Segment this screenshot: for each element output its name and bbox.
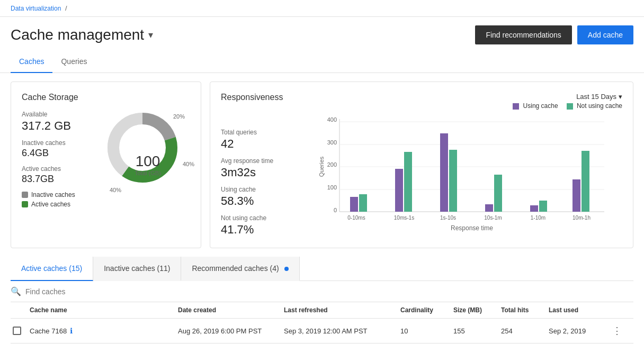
svg-rect-23 (449, 150, 457, 212)
available-label: Available (22, 111, 97, 118)
svg-rect-29 (539, 201, 547, 212)
resp-header: Responsiveness Last 15 Days ▾ (221, 93, 622, 102)
row-last-used: Sep 2, 2019 (547, 327, 610, 335)
resp-stats: Total queries 42 Avg response time 3m32s… (221, 122, 295, 237)
col-size-mb: Size (MB) (451, 306, 499, 314)
svg-text:300: 300 (327, 139, 337, 146)
svg-text:0-10ms: 0-10ms (347, 215, 365, 221)
svg-rect-22 (440, 133, 448, 212)
svg-text:Response time: Response time (451, 224, 493, 232)
active-legend-dot (22, 201, 28, 207)
legend-inactive: Inactive caches (22, 191, 97, 198)
col-date-created: Date created (176, 306, 282, 314)
col-total-hits: Total hits (499, 306, 547, 314)
svg-text:Queries: Queries (318, 156, 325, 177)
responsiveness-title: Responsiveness (221, 93, 283, 102)
breadcrumb-link[interactable]: Data virtualization (11, 5, 61, 12)
row-size-mb: 155 (451, 327, 499, 335)
inactive-value: 6.4GB (22, 148, 97, 159)
col-last-used: Last used (547, 306, 610, 314)
using-cache-color (513, 103, 519, 110)
main-content: Cache Storage Available 317.2 GB Inactiv… (0, 73, 644, 257)
legend-not-using-cache: Not using cache (567, 102, 622, 110)
active-label: Active caches (22, 165, 97, 173)
svg-rect-20 (404, 152, 412, 212)
svg-rect-28 (530, 205, 538, 212)
time-selector[interactable]: Last 15 Days ▾ (576, 93, 622, 101)
donut-center-label: Total (GB) (135, 170, 161, 176)
legend-active: Active caches (22, 201, 97, 208)
avg-response-value: 3m32s (221, 166, 295, 179)
breadcrumb-separator: / (65, 4, 67, 12)
row-checkbox[interactable] (11, 327, 28, 335)
tab-caches[interactable]: Caches (11, 51, 52, 73)
bottom-section: Active caches (15) Inactive caches (11) … (0, 257, 644, 343)
total-queries-value: 42 (221, 137, 295, 151)
svg-rect-17 (359, 194, 367, 212)
bar-chart-svg: 400 300 200 100 0 Queries (306, 114, 622, 236)
active-value: 83.7GB (22, 174, 97, 185)
storage-legend: Inactive caches Active caches (22, 191, 97, 208)
col-checkbox (11, 306, 28, 314)
svg-text:200: 200 (327, 161, 337, 168)
svg-text:1-10m: 1-10m (531, 215, 545, 221)
donut-label-40-right: 40% (183, 161, 194, 167)
svg-rect-32 (582, 151, 589, 212)
svg-text:10m-1h: 10m-1h (573, 215, 591, 221)
avg-response-label: Avg response time (221, 157, 295, 165)
donut-label-40-bottom: 40% (110, 187, 121, 193)
row-date-created: Aug 26, 2019 6:00 PM PST (176, 327, 282, 335)
active-legend-label: Active caches (31, 201, 70, 208)
donut-chart-wrap: 20% 100 Total (GB) 40% 40% (105, 111, 190, 208)
col-cardinality: Cardinality (398, 306, 451, 314)
col-actions (610, 306, 627, 314)
tab-inactive-caches[interactable]: Inactive caches (11) (93, 257, 181, 281)
svg-rect-19 (395, 169, 403, 212)
not-using-label: Not using cache (221, 214, 295, 222)
svg-text:10s-1m: 10s-1m (484, 215, 502, 221)
recommended-badge (284, 267, 289, 271)
donut-center: 100 Total (GB) (135, 153, 161, 176)
breadcrumb-bar: Data virtualization / (0, 0, 644, 17)
col-cache-name: Cache name (28, 306, 176, 314)
svg-rect-26 (494, 175, 502, 212)
using-cache-pct: 58.3% (221, 194, 295, 208)
inactive-legend-label: Inactive caches (31, 191, 75, 198)
donut-center-value: 100 (135, 153, 161, 170)
total-queries-label: Total queries (221, 129, 295, 136)
search-icon: 🔍 (11, 286, 21, 296)
row-last-refreshed: Sep 3, 2019 12:00 AM PST (282, 327, 398, 335)
svg-text:0: 0 (334, 207, 337, 213)
resp-body: Total queries 42 Avg response time 3m32s… (221, 114, 622, 237)
cache-info-icon[interactable]: ℹ (70, 327, 73, 335)
row-select-checkbox[interactable] (13, 327, 21, 335)
page-title: Cache management (11, 26, 144, 43)
cache-storage-title: Cache Storage (22, 93, 190, 102)
chart-legend: Using cache Not using cache (221, 102, 622, 110)
row-more-actions[interactable]: ⋮ (610, 325, 627, 337)
title-wrap: Cache management ▾ (11, 26, 153, 43)
tab-recommended-caches[interactable]: Recommended caches (4) (181, 257, 299, 281)
legend-using-cache: Using cache (513, 102, 558, 110)
header-actions: Find recommendations Add cache (475, 25, 633, 44)
not-using-cache-color (567, 103, 573, 110)
search-input[interactable] (25, 287, 131, 296)
svg-rect-25 (485, 204, 493, 212)
col-last-refreshed: Last refreshed (282, 306, 398, 314)
chart-container: 400 300 200 100 0 Queries (306, 114, 622, 237)
title-chevron-icon[interactable]: ▾ (148, 29, 153, 41)
svg-rect-31 (573, 179, 580, 212)
cache-tabs: Active caches (15) Inactive caches (11) … (11, 257, 633, 281)
using-cache-label: Using cache (221, 186, 295, 193)
tab-active-caches[interactable]: Active caches (15) (11, 257, 93, 281)
find-recommendations-button[interactable]: Find recommendations (475, 25, 571, 44)
svg-text:100: 100 (327, 184, 337, 191)
tab-queries[interactable]: Queries (52, 51, 95, 73)
cache-storage-card: Cache Storage Available 317.2 GB Inactiv… (11, 82, 201, 248)
responsiveness-card: Responsiveness Last 15 Days ▾ Using cach… (210, 82, 633, 248)
svg-text:10ms-1s: 10ms-1s (394, 215, 414, 221)
add-cache-button[interactable]: Add cache (577, 25, 633, 44)
row-cardinality: 10 (398, 327, 451, 335)
storage-stats: Available 317.2 GB Inactive caches 6.4GB… (22, 111, 97, 208)
more-icon[interactable]: ⋮ (612, 325, 622, 336)
